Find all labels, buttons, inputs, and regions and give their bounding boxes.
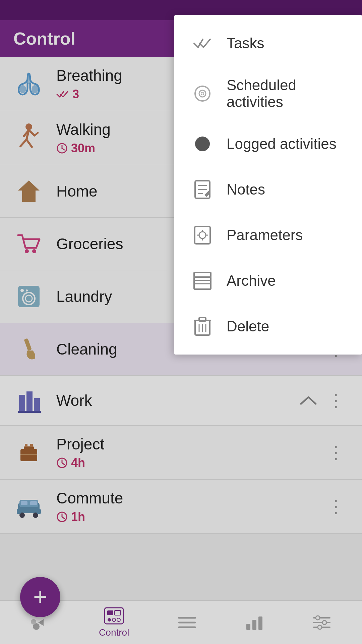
notes-label: Notes (227, 181, 265, 198)
menu-item-notes[interactable]: Notes (174, 167, 362, 212)
archive-icon (190, 269, 215, 293)
svg-rect-60 (194, 272, 211, 277)
context-menu: Tasks Scheduled activities Logged activi… (174, 15, 362, 355)
svg-point-55 (199, 232, 206, 238)
notes-icon (190, 177, 215, 202)
svg-point-49 (195, 137, 210, 151)
delete-icon (190, 314, 215, 338)
menu-item-parameters[interactable]: Parameters (174, 212, 362, 258)
svg-point-47 (199, 90, 206, 97)
tasks-label: Tasks (227, 35, 264, 52)
svg-point-48 (201, 92, 204, 95)
menu-item-logged[interactable]: Logged activities (174, 121, 362, 167)
svg-rect-61 (194, 277, 211, 289)
scheduled-icon (190, 82, 215, 106)
logged-label: Logged activities (227, 136, 337, 152)
menu-item-delete[interactable]: Delete (174, 304, 362, 349)
parameters-icon (190, 223, 215, 247)
menu-item-archive[interactable]: Archive (174, 258, 362, 304)
delete-label: Delete (227, 318, 269, 335)
svg-point-46 (195, 86, 210, 101)
logged-icon (190, 132, 215, 156)
tasks-icon (190, 31, 215, 55)
archive-label: Archive (227, 272, 276, 289)
parameters-label: Parameters (227, 227, 303, 244)
menu-item-tasks[interactable]: Tasks (174, 20, 362, 66)
scheduled-label: Scheduled activities (227, 77, 346, 110)
menu-item-scheduled[interactable]: Scheduled activities (174, 66, 362, 121)
svg-rect-66 (199, 318, 206, 321)
